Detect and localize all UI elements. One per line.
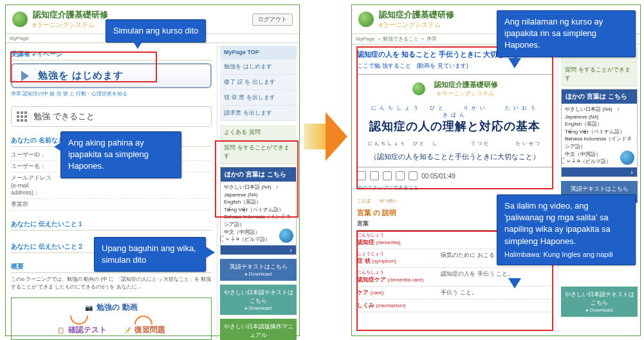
globe-icon (620, 151, 634, 165)
fullscreen-icon[interactable] (409, 171, 418, 180)
callout-language: Upang baguhin ang wika, simulan dito (94, 237, 206, 272)
study-can-label: 勉強 できること (33, 111, 95, 122)
sidebar-item[interactable]: 勉強を はじめます (220, 59, 297, 75)
rewind-icon[interactable] (370, 171, 379, 180)
grid-icon (17, 111, 27, 122)
lang-option[interactable]: Tiếng Việt（ベトナム語） (224, 206, 293, 214)
sidebar-faq[interactable]: よくある 質問 (220, 125, 297, 140)
sidebar-item[interactable]: 請求書 を出します (220, 106, 297, 121)
flow-review-label: 復習問題 (134, 325, 165, 335)
next-section-note: 次のステップにできること (357, 184, 553, 191)
brand-logo-icon (412, 82, 425, 95)
start-course-button[interactable]: 勉強を はじめます (11, 63, 212, 88)
flow-test-label: 確認テスト (68, 325, 107, 335)
video-main-title: 認知症の人の理解と対応の基本 (362, 118, 548, 134)
email-key: メールアドレス (e-mail address)： (11, 174, 55, 197)
curve-arrow-icon (70, 316, 88, 325)
logout-button[interactable]: ログアウト (252, 14, 293, 26)
language-box: ほかの 言葉は こちら やさしい日本語 (N4) / Japanese (N4)… (561, 89, 638, 177)
download-easy-jp-text[interactable]: やさしい日本語テキストはこちら▸ Download (220, 285, 297, 315)
term-row: ケア (care)手伝う こと。 (357, 287, 553, 299)
lang-option[interactable]: Bahasa Indonesia（インドネシア語） (565, 135, 634, 150)
flow-box: 📷 勉強の 動画 📋 確認テスト 📝 復習問題 (11, 298, 212, 340)
lang-option[interactable]: English（英語） (565, 120, 634, 128)
language-expand[interactable]: › (562, 167, 637, 176)
sidebar-item[interactable]: 修了 証 を 出します (220, 75, 297, 90)
pause-icon[interactable] (357, 171, 366, 180)
curve-arrow-icon (134, 316, 152, 325)
callout-pointer-icon (54, 140, 64, 153)
callout-start: Simulan ang kurso dito (106, 19, 206, 42)
callout-pointer-icon (131, 39, 144, 49)
forward-icon[interactable] (383, 171, 392, 180)
right-sidebar: よくある 質問 質問 をすることができます ほかの 言葉は こちら やさしい日本… (558, 44, 640, 317)
user-name-key: ユーザー名： (11, 162, 55, 171)
lang-option[interactable]: English（英語） (224, 198, 293, 206)
brand-logo-icon (358, 12, 374, 27)
brand-logo-icon (12, 12, 28, 27)
lang-option[interactable]: Tiếng Việt（ベトナム語） (565, 128, 634, 136)
video-parens: （認知症の人を知ることと手伝うときに大切なこと） (362, 152, 548, 162)
start-caption: 序章 認知症の中 核 症 状 と 行動・心理症状を知る (11, 90, 212, 97)
video-parens-ruby: にんちしょう ひと し てつだ たいせつ (362, 140, 548, 147)
download-easy-jp-manual[interactable]: やさしい日本語版操作マニュアル▸ Download (220, 319, 297, 340)
app-subtitle: eラーニングシステム (379, 21, 454, 30)
callout-terms: Sa ilalim ng video, ang 'paliwanag ng mg… (497, 194, 636, 265)
start-label: 勉強を はじめます (38, 70, 124, 82)
app-title: 認知症介護基礎研修 (379, 9, 454, 21)
language-header: ほかの 言葉は こちら (562, 90, 637, 104)
video-area: 認知症介護基礎研修 e-ラーニングシステム にんちしょう ひと りかい たいおう… (357, 74, 553, 167)
callout-pointer-icon (508, 278, 521, 288)
download-english[interactable]: 英語テキストはこちら▸ Download (220, 259, 297, 281)
video-time: 00:05/01:49 (421, 173, 455, 180)
language-list: やさしい日本語 (N4) / Japanese (N4) English（英語）… (562, 104, 637, 167)
mypage-heading: 受講者マイページ (11, 50, 212, 61)
lang-option[interactable]: やさしい日本語 (N4) / Japanese (N4) (565, 106, 634, 120)
intro-text: このe-ラーニングでは、勉強の 動画の (中 に 「認知症の人にとっ 大切なこと… (11, 276, 212, 291)
left-sidebar: MyPage TOP 勉強を はじめます 修了 証 を 出します 領 収 書 を… (217, 43, 299, 340)
play-icon (21, 71, 29, 81)
language-list: やさしい日本語 (N4) / Japanese (N4) English（英語）… (221, 182, 296, 245)
terms-col-word: 言葉 (357, 220, 441, 228)
video-brand-title: 認知症介護基礎研修 (434, 80, 498, 90)
sidebar-ask[interactable]: 質問 をすることができます (220, 140, 297, 164)
flow-video-label: 勉強の 動画 (97, 302, 137, 313)
video-controls: 00:05/01:49 (357, 171, 553, 180)
globe-icon (279, 229, 293, 243)
convey1-heading: あなたに 伝えたいこと１ (11, 220, 212, 231)
office-key: 事業所 (11, 200, 55, 209)
download-easy-jp-text[interactable]: やさしい日本語テキストはこちら▸ Download (561, 287, 638, 317)
lang-option[interactable]: Bahasa Indonesia（インドネシア語） (224, 213, 293, 228)
term-row: しくみ (mechanism) (357, 299, 553, 312)
callout-content: Ang nilalaman ng kurso ay ipapakita rin … (497, 10, 636, 57)
callout-mypage: Ang aking pahina ay ipapakita sa simplen… (60, 131, 181, 178)
language-box: ほかの 言葉は こちら やさしい日本語 (N4) / Japanese (N4)… (220, 167, 297, 255)
callout-pointer-icon (205, 246, 215, 259)
sidebar-ask[interactable]: 質問 をすることができます (561, 62, 638, 86)
video-brand-sub: e-ラーニングシステム (434, 90, 498, 98)
sidebar-mypage-top[interactable]: MyPage TOP (220, 46, 297, 59)
language-expand[interactable]: › (221, 245, 296, 254)
user-id-key: ユーザーID： (11, 151, 55, 159)
video-ruby: にんちしょう ひと りかい たいおう きほん (362, 104, 548, 118)
language-header: ほかの 言葉は こちら (221, 167, 296, 182)
study-can-row[interactable]: 勉強 できること (11, 106, 212, 127)
lang-option[interactable]: やさしい日本語 (N4) / Japanese (N4) (224, 184, 293, 198)
sidebar-item[interactable]: 領 収 書 を出します (220, 90, 297, 106)
transition-arrow-icon (304, 112, 347, 161)
volume-icon[interactable] (396, 171, 405, 180)
term-row: にんちしょう認知症ケア (dementia care)認知症の人を 手伝う こと… (357, 268, 553, 287)
app-subtitle: eラーニングシステム (33, 21, 108, 30)
callout-pointer-icon (508, 58, 521, 68)
course-subtitle: ここで勉 強すること (動画を 見ています) (357, 62, 553, 70)
app-title: 認知症介護基礎研修 (33, 9, 108, 21)
